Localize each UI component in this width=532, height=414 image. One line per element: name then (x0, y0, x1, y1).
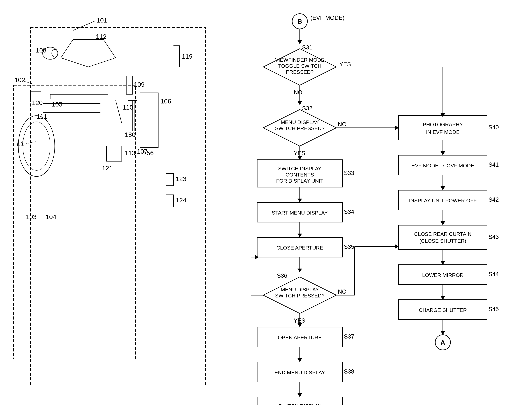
main-container: 101 108 112 119 120 105 109 111 (0, 0, 532, 414)
svg-line-20 (116, 100, 122, 123)
svg-text:120: 120 (32, 99, 43, 106)
svg-rect-37 (106, 146, 122, 161)
svg-text:156: 156 (143, 150, 154, 157)
svg-text:TOGGLE SWITCH: TOGGLE SWITCH (278, 63, 322, 69)
svg-text:102: 102 (14, 76, 25, 84)
svg-marker-75 (297, 198, 302, 202)
svg-text:SWITCH DISPLAY: SWITCH DISPLAY (278, 166, 322, 171)
svg-line-2 (73, 21, 94, 30)
svg-rect-26 (140, 93, 158, 148)
flowchart: B (EVF MODE) S31 VIEWFINDER MODE TOGGLE … (230, 9, 532, 405)
svg-marker-7 (61, 39, 116, 67)
svg-text:MENU DISPLAY: MENU DISPLAY (281, 119, 319, 125)
svg-text:NO: NO (294, 89, 302, 95)
svg-rect-10 (30, 91, 41, 99)
svg-marker-132 (441, 221, 445, 225)
svg-text:111: 111 (37, 113, 47, 120)
svg-text:PHOTOGRAPHY: PHOTOGRAPHY (423, 122, 463, 127)
svg-marker-68 (297, 156, 302, 160)
svg-text:PRESSED?: PRESSED? (286, 69, 314, 75)
svg-text:119: 119 (182, 53, 192, 60)
svg-text:EVF MODE → OVF MODE: EVF MODE → OVF MODE (411, 163, 474, 169)
svg-rect-115 (399, 116, 487, 140)
svg-text:B: B (297, 18, 302, 25)
svg-marker-58 (297, 101, 302, 105)
svg-text:FOR DISPLAY UNIT: FOR DISPLAY UNIT (276, 178, 323, 184)
svg-text:S38: S38 (344, 368, 354, 375)
flowchart-svg: B (EVF MODE) S31 VIEWFINDER MODE TOGGLE … (230, 9, 532, 405)
svg-text:(CLOSE SHUTTER): (CLOSE SHUTTER) (419, 238, 466, 244)
svg-text:START MENU DISPLAY: START MENU DISPLAY (272, 210, 328, 216)
svg-text:S31: S31 (302, 44, 313, 51)
svg-text:NO: NO (338, 121, 346, 128)
svg-rect-1 (14, 85, 135, 359)
svg-text:109: 109 (134, 81, 144, 88)
svg-marker-138 (441, 261, 445, 265)
svg-text:YES: YES (339, 61, 351, 67)
svg-text:S34: S34 (344, 209, 354, 215)
svg-text:OPEN APERTURE: OPEN APERTURE (278, 335, 322, 340)
svg-point-5 (52, 49, 58, 57)
svg-text:123: 123 (176, 175, 186, 182)
svg-marker-47 (297, 40, 302, 44)
svg-rect-0 (30, 27, 205, 385)
svg-text:S43: S43 (488, 234, 499, 240)
svg-marker-127 (441, 186, 445, 190)
svg-marker-80 (297, 234, 302, 237)
svg-text:S36: S36 (277, 273, 287, 279)
svg-text:IN EVF MODE: IN EVF MODE (426, 129, 460, 135)
svg-text:NO: NO (338, 289, 346, 295)
svg-text:S32: S32 (302, 105, 313, 112)
svg-text:CHARGE SHUTTER: CHARGE SHUTTER (419, 307, 467, 313)
svg-text:S37: S37 (344, 333, 354, 340)
svg-text:SWITCH DISPLAY: SWITCH DISPLAY (278, 403, 322, 405)
svg-text:S45: S45 (488, 306, 499, 312)
svg-marker-143 (441, 296, 445, 300)
svg-text:SWITCH PRESSED?: SWITCH PRESSED? (275, 293, 325, 299)
svg-text:SWITCH PRESSED?: SWITCH PRESSED? (275, 125, 325, 131)
svg-marker-107 (297, 393, 302, 397)
svg-marker-122 (441, 151, 445, 155)
svg-text:VIEWFINDER MODE: VIEWFINDER MODE (275, 57, 325, 63)
svg-text:DISPLAY UNIT POWER OFF: DISPLAY UNIT POWER OFF (409, 198, 477, 203)
svg-line-30 (26, 141, 37, 144)
svg-text:101: 101 (97, 17, 107, 24)
svg-text:180: 180 (125, 131, 135, 138)
svg-text:CONTENTS: CONTENTS (286, 172, 314, 178)
svg-text:124: 124 (176, 197, 186, 204)
svg-marker-85 (297, 269, 302, 272)
svg-rect-12 (50, 94, 108, 99)
svg-text:END MENU DISPLAY: END MENU DISPLAY (275, 370, 325, 375)
svg-text:S33: S33 (344, 170, 354, 176)
svg-text:(EVF MODE): (EVF MODE) (310, 15, 344, 21)
svg-text:103: 103 (26, 213, 37, 220)
svg-text:112: 112 (96, 33, 106, 40)
svg-text:S42: S42 (488, 197, 499, 203)
svg-text:S41: S41 (488, 161, 499, 168)
camera-svg: 101 108 112 119 120 105 109 111 (12, 9, 218, 405)
svg-text:LOWER MIRROR: LOWER MIRROR (422, 272, 464, 278)
svg-marker-94 (395, 244, 399, 249)
svg-text:S40: S40 (488, 124, 499, 131)
svg-text:121: 121 (102, 165, 113, 172)
svg-text:113: 113 (125, 150, 135, 157)
svg-rect-133 (399, 225, 487, 250)
svg-text:106: 106 (161, 98, 171, 105)
svg-point-32 (23, 122, 50, 170)
svg-marker-102 (297, 358, 302, 362)
svg-text:104: 104 (46, 213, 56, 220)
svg-marker-148 (441, 331, 445, 335)
svg-text:MENU DISPLAY: MENU DISPLAY (281, 287, 319, 292)
svg-text:105: 105 (52, 101, 62, 108)
svg-text:CLOSE REAR CURTAIN: CLOSE REAR CURTAIN (414, 231, 472, 237)
svg-text:A: A (441, 339, 445, 346)
svg-text:S35: S35 (344, 244, 354, 250)
camera-diagram: 101 108 112 119 120 105 109 111 (12, 9, 218, 405)
svg-text:S44: S44 (488, 271, 499, 277)
svg-text:CLOSE APERTURE: CLOSE APERTURE (276, 245, 323, 251)
svg-text:108: 108 (36, 47, 47, 54)
svg-marker-97 (297, 323, 302, 327)
